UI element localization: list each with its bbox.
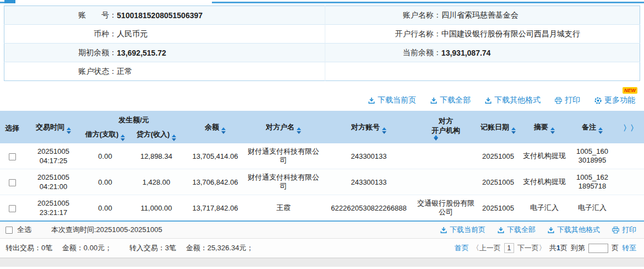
opening-balance-label: 期初余额：	[4, 44, 117, 62]
current-page-box[interactable]: 1	[504, 243, 514, 253]
time-clock: 04:17:25	[25, 156, 81, 165]
sort-icon[interactable]	[434, 135, 460, 141]
in-trades-total: 转入交易：3笔	[129, 244, 176, 252]
info-row-4: 账户状态： 正常	[4, 62, 640, 81]
time-clock: 04:21:00	[25, 182, 81, 191]
col-header-balance-label: 余额	[205, 123, 219, 131]
booking-date-cell: 20251005	[476, 195, 521, 222]
download-icon	[368, 97, 375, 104]
prev-page-link[interactable]: 〈上一页	[472, 243, 501, 253]
sort-icon[interactable]	[67, 127, 71, 134]
col-header-amount-group: 发生额/元	[83, 111, 185, 127]
select-all-label: 全选	[17, 225, 31, 235]
col-header-more-columns[interactable]: 〉〉	[616, 111, 644, 143]
col-header-credit[interactable]: 贷方(收入)	[128, 127, 185, 143]
remark-cell: 电子汇入	[568, 195, 616, 222]
time-date: 20251005	[25, 173, 81, 182]
pagination: 首页 〈上一页 1 下一页〉 共1页 到第 页 转至	[455, 243, 636, 253]
total-pages-text: 共1页	[549, 243, 567, 253]
query-time-text: 本次查询时间:20251005-20251005	[51, 225, 162, 235]
empty-label	[325, 62, 441, 81]
counterparty-name-cell: 王霞	[245, 195, 321, 222]
select-all-checkbox[interactable]	[6, 227, 13, 234]
counterparty-bank-cell	[416, 169, 476, 195]
table-toolbar: 下载当前页 下载全部 下载其他格式 打印 NEW 更多功能	[0, 81, 644, 111]
tab-indicator	[4, 0, 15, 3]
time-clock: 23:21:17	[25, 208, 81, 217]
col-header-summary[interactable]: 摘要	[521, 111, 568, 143]
print-button[interactable]: 打印	[612, 225, 636, 235]
col-header-counterparty-bank[interactable]: 对方开户机构	[416, 111, 476, 143]
row-checkbox[interactable]	[9, 179, 16, 186]
goto-page-button[interactable]: 转至	[622, 243, 636, 253]
col-header-debit-label: 借方(支取)	[85, 130, 119, 138]
opening-balance-value: 13,692,515.72	[117, 44, 325, 62]
next-page-link[interactable]: 下一页〉	[517, 243, 546, 253]
row-select-cell	[0, 195, 24, 222]
col-header-counterparty-account[interactable]: 对方账号	[321, 111, 416, 143]
active-tab-gap	[15, 2, 212, 3]
currency-value: 人民币元	[117, 25, 325, 44]
account-detail-page: 账 号： 51001815208051506397 账户名称： 四川省索玛慈善基…	[0, 0, 644, 269]
transaction-row: 2025100504:21:00 0.00 1,428.00 13,706,84…	[0, 169, 644, 195]
in-amount-total: 金额：25,326.34元；	[186, 244, 254, 252]
info-row-2: 币种： 人民币元 开户行名称： 中国建设银行股份有限公司西昌月城支行	[4, 25, 640, 44]
row-select-cell	[0, 143, 24, 169]
download-all-button[interactable]: 下载全部	[498, 225, 536, 235]
download-current-page-button[interactable]: 下载当前页	[440, 225, 485, 235]
credit-cell: 1,428.00	[128, 169, 185, 195]
download-current-page-button[interactable]: 下载当前页	[368, 95, 416, 105]
booking-date-cell: 20251005	[476, 143, 521, 169]
sort-icon[interactable]	[382, 127, 386, 134]
sort-icon[interactable]	[221, 127, 226, 134]
col-header-debit[interactable]: 借方(支取)	[83, 127, 128, 143]
remark-cell: 1005_1621895718	[568, 169, 616, 195]
sort-icon[interactable]	[598, 127, 603, 134]
download-other-format-button[interactable]: 下载其他格式	[485, 95, 541, 105]
bottom-strip	[0, 258, 644, 267]
time-cell: 2025100504:17:25	[24, 143, 83, 169]
select-all-area: 全选 本次查询时间:20251005-20251005	[6, 225, 162, 235]
download-other-format-label: 下载其他格式	[494, 95, 541, 105]
sort-icon[interactable]	[121, 134, 125, 141]
sort-icon[interactable]	[297, 127, 301, 134]
goto-page-input[interactable]	[588, 244, 608, 253]
out-trades-total: 转出交易：0笔	[6, 244, 52, 252]
bank-name-label: 开户行名称：	[325, 25, 441, 44]
col-header-remark[interactable]: 备注	[568, 111, 616, 143]
download-current-page-label: 下载当前页	[378, 95, 416, 105]
booking-date-cell: 20251005	[476, 169, 521, 195]
col-header-counterparty-name[interactable]: 对方户名	[245, 111, 321, 143]
sort-icon[interactable]	[550, 127, 555, 134]
col-header-counterparty-name-label: 对方户名	[266, 123, 294, 131]
time-cell: 2025100523:21:17	[24, 195, 83, 222]
row-checkbox[interactable]	[9, 153, 16, 160]
account-number-value: 51001815208051506397	[117, 6, 325, 25]
sort-icon[interactable]	[511, 127, 516, 134]
total-suffix: 页	[560, 244, 567, 252]
new-badge: NEW	[623, 87, 637, 94]
col-header-time[interactable]: 交易时间	[24, 111, 83, 143]
out-amount-total: 金额：0.00元；	[62, 244, 112, 252]
row-checkbox[interactable]	[9, 205, 16, 212]
time-cell: 2025100504:21:00	[24, 169, 83, 195]
first-page-link[interactable]: 首页	[455, 243, 469, 253]
col-header-remark-label: 备注	[582, 123, 596, 131]
debit-cell: 0.00	[83, 143, 128, 169]
row-more-cell	[616, 169, 644, 195]
sort-icon[interactable]	[172, 134, 176, 141]
transactions-table: 选择 交易时间 发生额/元 余额 对方户名 对方账号 对方开户机构 记账日期 摘…	[0, 111, 644, 222]
download-icon	[485, 97, 492, 104]
col-header-booking-date-label: 记账日期	[481, 123, 509, 131]
summary-cell: 支付机构提现	[521, 169, 568, 195]
print-button[interactable]: 打印	[555, 95, 580, 105]
credit-cell: 11,000.00	[128, 195, 185, 222]
more-functions-button[interactable]: NEW 更多功能	[594, 95, 635, 105]
download-all-button[interactable]: 下载全部	[430, 95, 471, 105]
expand-columns-icon[interactable]: 〉〉	[623, 123, 637, 132]
download-other-format-button[interactable]: 下载其他格式	[548, 225, 600, 235]
col-header-credit-label: 贷方(收入)	[137, 130, 170, 138]
col-header-booking-date[interactable]: 记账日期	[476, 111, 521, 143]
table-footer-summary: 转出交易：0笔 金额：0.00元； 转入交易：3笔 金额：25,326.34元；…	[0, 239, 644, 258]
col-header-balance[interactable]: 余额	[185, 111, 245, 143]
